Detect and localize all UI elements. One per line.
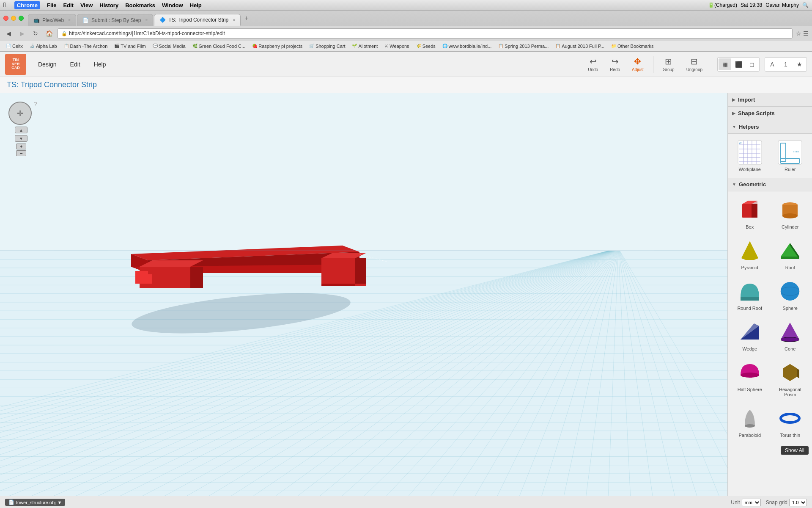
help-menu[interactable]: Help — [190, 2, 202, 8]
round-roof-label: Round Roof — [737, 306, 762, 311]
history-menu[interactable]: History — [99, 2, 118, 8]
bookmark-tv-film[interactable]: 🎬TV and Film — [112, 43, 148, 50]
star-btn[interactable]: ★ — [793, 58, 806, 70]
bookmark-other[interactable]: 📁Other Bookmarks — [609, 43, 656, 50]
bookmark-august2013[interactable]: 📋August 2013 Full P... — [553, 43, 607, 50]
bookmarks-menu[interactable]: Bookmarks — [125, 2, 155, 8]
bookmark-social[interactable]: 💬Social Media — [150, 43, 188, 50]
zoom-btns: + − — [8, 144, 34, 156]
unit-select[interactable]: mm in cm — [742, 499, 761, 506]
zoom-out-btn[interactable]: − — [16, 150, 26, 156]
bookmark-spring2013[interactable]: 📋Spring 2013 Perma... — [496, 43, 551, 50]
design-menu-item[interactable]: Design — [33, 58, 62, 70]
apple-menu[interactable]:  — [3, 1, 6, 9]
solid-view-btn[interactable]: ⬛ — [732, 58, 745, 70]
undo-btn[interactable]: ↩ Undo — [584, 55, 602, 74]
forward-btn[interactable]: ▶ — [17, 28, 27, 39]
file-menu[interactable]: File — [47, 2, 56, 8]
show-all-btn[interactable]: Show All — [781, 446, 809, 455]
shape-sphere[interactable]: Sphere — [772, 276, 809, 313]
close-window-btn[interactable] — [3, 16, 8, 21]
helpers-grid: W Workplane mm Ruler — [728, 134, 812, 178]
menubar:  Chrome File Edit View History Bookmark… — [0, 0, 812, 11]
bookmark-allotment[interactable]: 🌱Allotment — [349, 43, 380, 50]
bookmark-weapons[interactable]: ⚔Weapons — [382, 43, 411, 50]
tab-tinkercad[interactable]: 🔷 TS: Tripod Connector Strip × — [154, 14, 241, 26]
new-tab-btn[interactable]: + — [241, 13, 252, 23]
redo-btn[interactable]: ↪ Redo — [606, 55, 624, 74]
zoom-in-btn[interactable]: + — [16, 144, 26, 149]
bookmarks-bar: 📄Celtx 🔬Alpha Lab 📋Dash -The Archon 🎬TV … — [0, 41, 812, 51]
maximize-window-btn[interactable] — [19, 16, 24, 21]
shape-cylinder[interactable]: Cylinder — [772, 195, 809, 232]
label-controls: A 1 ★ — [765, 57, 807, 72]
bookmark-celtx[interactable]: 📄Celtx — [3, 43, 25, 50]
chrome-menu[interactable]: Chrome — [14, 1, 40, 9]
window-menu[interactable]: Window — [162, 2, 183, 8]
address-input[interactable]: 🔒 https://tinkercad.com/things/j1lmrC1eb… — [58, 28, 793, 39]
svg-text:mm: mm — [793, 149, 799, 153]
tab-plexweb[interactable]: 📺 Plex/Web × — [28, 14, 76, 26]
bookmark-alpha-lab[interactable]: 🔬Alpha Lab — [27, 43, 60, 50]
settings-icon[interactable]: ☰ — [803, 30, 809, 37]
shape-wedge[interactable]: Wedge — [731, 317, 768, 354]
bookmark-dash[interactable]: 📋Dash -The Archon — [61, 43, 110, 50]
shape-hex-prism[interactable]: Hexagonal Prism — [772, 357, 809, 400]
tab-submit[interactable]: 📄 Submit : Step By Step × — [77, 14, 153, 26]
shape-pyramid[interactable]: Pyramid — [731, 235, 768, 273]
adjust-btn[interactable]: ✥ Adjust — [628, 55, 648, 74]
svg-text:W: W — [739, 141, 742, 144]
help-menu-item[interactable]: Help — [89, 58, 111, 70]
workplane-label: Workplane — [739, 167, 761, 172]
shape-ruler[interactable]: mm Ruler — [772, 137, 809, 174]
minimize-window-btn[interactable] — [11, 16, 16, 21]
bookmark-star-icon[interactable]: ☆ — [796, 30, 801, 37]
bookmark-bordbia[interactable]: 🌐www.bordbia.ie/ind... — [440, 43, 494, 50]
search-icon[interactable]: 🔍 — [802, 2, 809, 8]
group-btn[interactable]: ⊞ Group — [658, 55, 679, 74]
bookmark-raspberry[interactable]: 🍓Raspberry pi projects — [250, 43, 305, 50]
bookmark-seeds[interactable]: 🌾Seeds — [414, 43, 438, 50]
tab-close-tinkercad[interactable]: × — [233, 18, 235, 22]
main-content: ✛ ▲ ▼ + − ? ▶ Import — [0, 93, 812, 496]
help-question-icon[interactable]: ? — [34, 101, 37, 108]
grid-view-btn[interactable]: ▦ — [719, 58, 731, 70]
nav-orbit-btn[interactable]: ✛ — [8, 102, 32, 125]
text-label-btn[interactable]: A — [766, 58, 779, 70]
back-btn[interactable]: ◀ — [3, 28, 14, 39]
nav-down-btn[interactable]: ▼ — [15, 135, 27, 142]
tab-label-submit: Submit : Step By Step — [91, 17, 141, 23]
view-menu[interactable]: View — [80, 2, 93, 8]
helpers-section-header[interactable]: ▼ Helpers — [728, 120, 812, 134]
shape-cone[interactable]: Cone — [772, 317, 809, 354]
shape-scripts-section-header[interactable]: ▶ Shape Scripts — [728, 107, 812, 120]
shape-paraboloid[interactable]: Paraboloid — [731, 403, 768, 440]
project-title: TS: Tripod Connector Strip — [7, 80, 97, 89]
geometric-section-header[interactable]: ▼ Geometric — [728, 178, 812, 191]
ungroup-btn[interactable]: ⊟ Ungroup — [682, 55, 707, 74]
bookmark-greencloud[interactable]: 🌿Green Cloud Food C... — [190, 43, 248, 50]
tinkercad-logo[interactable]: TIN KER CAD — [5, 54, 26, 75]
shape-roof[interactable]: Roof — [772, 235, 809, 273]
reload-btn[interactable]: ↻ — [30, 28, 41, 39]
bookmark-shopping[interactable]: 🛒Shopping Cart — [307, 43, 348, 50]
ssl-lock-icon: 🔒 — [61, 31, 67, 36]
shape-half-sphere[interactable]: Half Sphere — [731, 357, 768, 400]
edit-menu-item[interactable]: Edit — [65, 58, 85, 70]
number-label-btn[interactable]: 1 — [779, 58, 792, 70]
edit-menu[interactable]: Edit — [63, 2, 74, 8]
nav-up-btn[interactable]: ▲ — [15, 127, 27, 133]
shape-round-roof[interactable]: Round Roof — [731, 276, 768, 313]
home-btn[interactable]: 🏠 — [44, 28, 54, 39]
file-dropdown-icon[interactable]: ▼ — [58, 500, 62, 505]
tab-close-submit[interactable]: × — [145, 18, 148, 22]
scene-canvas[interactable] — [0, 93, 727, 496]
wireframe-view-btn[interactable]: ◻ — [746, 58, 758, 70]
tab-close-plexweb[interactable]: × — [68, 18, 71, 22]
shape-workplane[interactable]: W Workplane — [731, 137, 768, 174]
import-section-header[interactable]: ▶ Import — [728, 93, 812, 107]
shape-torus-thin[interactable]: Torus thin — [772, 403, 809, 440]
viewport[interactable]: ✛ ▲ ▼ + − ? — [0, 93, 727, 496]
shape-box[interactable]: Box — [731, 195, 768, 232]
snap-select[interactable]: 1.0 0.5 0.1 — [789, 499, 807, 506]
